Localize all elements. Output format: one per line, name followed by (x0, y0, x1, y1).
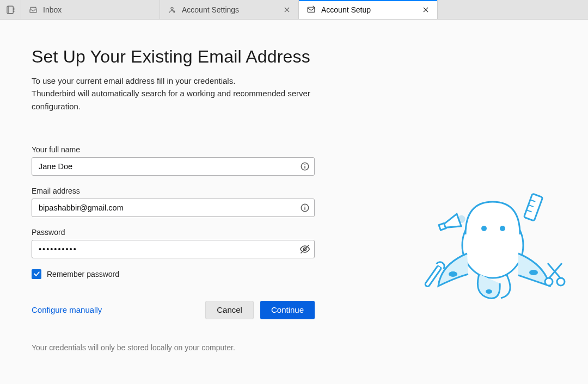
tab-inbox-label: Inbox (43, 5, 62, 14)
svg-rect-32 (425, 265, 442, 287)
svg-rect-9 (308, 7, 315, 12)
email-field: Email address (32, 187, 338, 217)
subtitle-line1: To use your current email address fill i… (32, 76, 235, 85)
close-icon (422, 6, 430, 14)
tab-account-settings-label: Account Settings (182, 5, 239, 14)
cancel-button[interactable]: Cancel (205, 301, 254, 319)
subtitle-line2: Thunderbird will automatically search fo… (32, 89, 310, 110)
email-info-button[interactable] (299, 202, 310, 213)
svg-line-36 (548, 263, 561, 278)
name-info-button[interactable] (299, 161, 310, 172)
tab-inbox[interactable]: Inbox (21, 0, 160, 19)
svg-line-29 (530, 200, 535, 201)
email-label: Email address (32, 187, 338, 195)
svg-point-25 (486, 289, 492, 294)
password-field: Password (32, 228, 338, 258)
form-actions: Configure manually Cancel Continue (32, 301, 315, 319)
svg-point-17 (304, 206, 305, 207)
page-subtitle: To use your current email address fill i… (32, 75, 338, 113)
svg-line-35 (549, 263, 562, 278)
remember-password-checkbox[interactable] (32, 269, 41, 279)
account-setup-page: Set Up Your Existing Email Address To us… (0, 20, 588, 384)
svg-line-30 (528, 205, 533, 207)
configure-manually-link[interactable]: Configure manually (32, 305, 102, 314)
tab-account-setup[interactable]: Account Setup (299, 0, 438, 19)
remember-password-label: Remember password (47, 270, 119, 278)
address-book-button[interactable] (0, 0, 21, 19)
close-tab-account-settings[interactable] (283, 6, 291, 14)
password-input[interactable] (32, 240, 315, 258)
svg-point-27 (457, 214, 467, 224)
svg-point-5 (171, 7, 173, 9)
svg-point-20 (462, 213, 523, 278)
svg-point-24 (529, 270, 538, 275)
close-tab-account-setup[interactable] (422, 6, 430, 14)
close-icon (283, 6, 291, 14)
email-input[interactable] (32, 199, 315, 217)
octopus-illustration (419, 183, 572, 310)
svg-rect-28 (524, 194, 543, 221)
svg-point-33 (545, 278, 553, 286)
inbox-icon (29, 5, 38, 14)
eye-off-icon (299, 244, 310, 255)
mail-setup-icon (307, 5, 316, 14)
credentials-footnote: Your credentials will only be stored loc… (32, 343, 338, 352)
name-field: Your full name (32, 145, 338, 176)
page-title: Set Up Your Existing Email Address (32, 47, 338, 67)
svg-line-31 (526, 210, 531, 212)
info-icon (300, 203, 310, 213)
info-icon (300, 162, 310, 171)
svg-point-14 (304, 164, 305, 165)
continue-button[interactable]: Continue (260, 301, 315, 319)
tab-account-setup-label: Account Setup (321, 5, 371, 14)
svg-rect-26 (439, 223, 446, 230)
toggle-password-visibility[interactable] (299, 244, 310, 255)
setup-form-panel: Set Up Your Existing Email Address To us… (0, 20, 338, 384)
svg-point-21 (481, 226, 487, 231)
checkmark-icon (33, 270, 40, 277)
svg-point-34 (557, 278, 565, 286)
remember-password-row: Remember password (32, 269, 338, 279)
svg-point-22 (500, 226, 505, 231)
tab-account-settings[interactable]: Account Settings (160, 0, 299, 19)
name-input[interactable] (32, 157, 315, 176)
tab-bar: Inbox Account Settings A (0, 0, 588, 20)
svg-rect-0 (7, 6, 13, 14)
password-label: Password (32, 228, 338, 237)
address-book-icon (5, 5, 15, 15)
svg-point-23 (449, 271, 457, 277)
account-settings-icon (168, 5, 176, 14)
name-label: Your full name (32, 145, 338, 154)
